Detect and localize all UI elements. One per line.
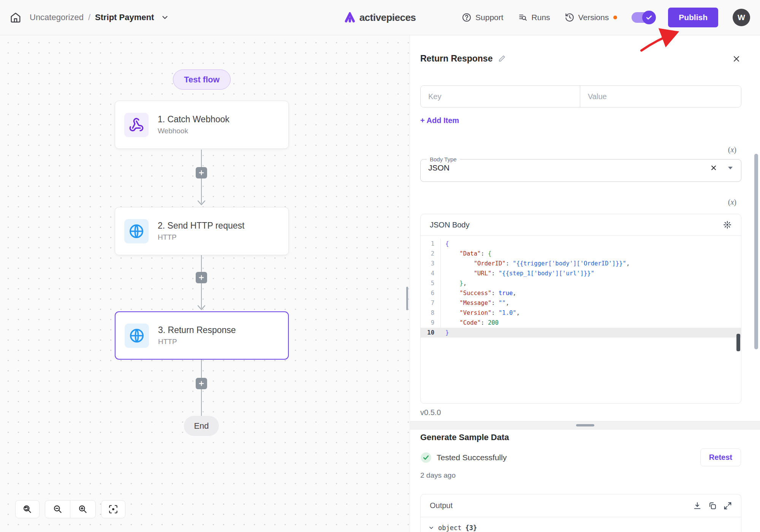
json-body-editor: JSON Body 1{2 "Data": {3 "OrderID": "{{t… — [420, 214, 741, 404]
breadcrumb-separator: / — [88, 13, 90, 22]
versions-history-icon — [565, 13, 575, 22]
ai-sparkle-icon[interactable] — [723, 220, 732, 229]
check-icon — [645, 14, 653, 21]
editor-scrollbar-thumb[interactable] — [736, 334, 740, 351]
step-subtitle: Webhook — [158, 127, 230, 135]
code-line[interactable]: 4 "URL": "{{step_1['body']['url']}}" — [421, 268, 741, 278]
zoom-reset-button[interactable] — [15, 500, 40, 518]
question-circle-icon — [462, 13, 472, 22]
json-body-label: JSON Body — [430, 221, 469, 229]
dynamic-value-toggle-icon[interactable]: (x) — [728, 145, 736, 154]
logo-wordmark: activepieces — [359, 12, 416, 24]
step-card-return-response[interactable]: 3. Return Response HTTP — [115, 311, 289, 360]
step-subtitle: HTTP — [158, 338, 236, 346]
panel-title: Return Response — [420, 54, 492, 64]
download-icon[interactable] — [693, 502, 701, 510]
copy-icon[interactable] — [708, 502, 717, 510]
clear-selection-icon[interactable] — [710, 164, 717, 172]
tree-node-count: {3} — [465, 524, 477, 532]
step-card-send-http[interactable]: 2. Send HTTP request HTTP — [115, 207, 289, 255]
step-title: 1. Catch Webhook — [158, 114, 230, 125]
section-resize-divider[interactable] — [410, 421, 760, 429]
flow-name[interactable]: Stript Payment — [95, 13, 154, 22]
code-line[interactable]: 5 }, — [421, 278, 741, 288]
code-editor-body[interactable]: 1{2 "Data": {3 "OrderID": "{{trigger['bo… — [421, 236, 741, 403]
connector-arrowhead — [197, 305, 206, 310]
tree-collapse-chevron-icon[interactable] — [428, 525, 434, 531]
success-check-icon — [420, 452, 432, 463]
code-line[interactable]: 1{ — [421, 239, 741, 249]
test-status-text: Tested Successfully — [437, 453, 507, 462]
zoom-in-button[interactable] — [70, 500, 95, 518]
step-title: 2. Send HTTP request — [158, 221, 244, 231]
avatar[interactable]: W — [733, 9, 750, 26]
flow-enabled-toggle[interactable] — [632, 12, 654, 23]
tree-node-type: object — [438, 524, 461, 532]
runs-list-search-icon — [518, 13, 528, 22]
last-tested-time: 2 days ago — [420, 471, 456, 480]
close-panel-icon[interactable] — [732, 54, 741, 63]
runs-button[interactable]: Runs — [518, 13, 550, 22]
expand-icon[interactable] — [724, 502, 732, 510]
fit-to-view-button[interactable] — [101, 500, 125, 518]
code-line[interactable]: 6 "Success": true, — [421, 288, 741, 298]
output-card: Output object {3} — [420, 494, 741, 532]
add-item-button[interactable]: + Add Item — [420, 116, 459, 125]
connector-arrowhead — [197, 200, 206, 205]
top-bar: Uncategorized / Stript Payment activepie… — [0, 0, 760, 35]
canvas-zoom-controls — [15, 500, 125, 518]
body-type-value: JSON — [428, 163, 710, 172]
versions-button[interactable]: Versions — [565, 13, 618, 22]
step-subtitle: HTTP — [158, 233, 244, 242]
chevron-down-icon[interactable] — [161, 13, 169, 22]
piece-version: v0.5.0 — [420, 408, 441, 417]
code-line[interactable]: 10} — [421, 328, 741, 338]
code-line[interactable]: 2 "Data": { — [421, 249, 741, 259]
test-flow-button[interactable]: Test flow — [173, 69, 231, 90]
support-button[interactable]: Support — [462, 13, 504, 22]
dynamic-value-toggle-icon[interactable]: (x) — [728, 198, 736, 207]
add-step-button[interactable] — [196, 378, 207, 389]
versions-alert-dot — [613, 16, 617, 19]
app-logo: activepieces — [344, 12, 416, 24]
runs-label: Runs — [532, 13, 550, 22]
response-headers-row — [420, 85, 741, 107]
code-line[interactable]: 8 "Version": "1.0", — [421, 308, 741, 318]
edit-pencil-icon[interactable] — [498, 55, 506, 63]
panel-scrollbar-thumb[interactable] — [754, 154, 758, 349]
add-step-button[interactable] — [196, 167, 207, 178]
dropdown-caret-icon[interactable] — [727, 166, 733, 170]
code-line[interactable]: 3 "OrderID": "{{trigger['body']['OrderID… — [421, 259, 741, 268]
globe-icon — [124, 219, 149, 243]
breadcrumb-category[interactable]: Uncategorized — [30, 13, 84, 22]
zoom-out-button[interactable] — [45, 500, 70, 518]
step-card-catch-webhook[interactable]: 1. Catch Webhook Webhook — [115, 101, 289, 149]
breadcrumb: Uncategorized / Stript Payment — [30, 13, 169, 22]
add-step-button[interactable] — [196, 272, 207, 283]
home-icon[interactable] — [10, 12, 21, 23]
body-type-label: Body Type — [427, 156, 460, 163]
publish-button[interactable]: Publish — [668, 8, 718, 27]
globe-icon — [125, 324, 149, 348]
key-input[interactable] — [421, 86, 580, 107]
step-title: 3. Return Response — [158, 325, 236, 335]
resize-grip[interactable] — [576, 424, 594, 426]
support-label: Support — [475, 13, 504, 22]
output-tree-root[interactable]: object {3} — [421, 517, 741, 532]
value-input[interactable] — [580, 86, 741, 107]
webhook-icon — [124, 113, 149, 137]
end-node: End — [184, 416, 219, 436]
generate-sample-data-heading: Generate Sample Data — [420, 433, 509, 442]
code-line[interactable]: 7 "Message": "", — [421, 298, 741, 308]
panel-resize-handle[interactable] — [406, 287, 408, 310]
activepieces-logo-icon — [344, 12, 356, 23]
code-line[interactable]: 9 "Code": 200 — [421, 318, 741, 328]
versions-label: Versions — [578, 13, 609, 22]
body-type-field[interactable]: Body Type JSON — [420, 156, 741, 182]
retest-button[interactable]: Retest — [700, 448, 741, 466]
output-label: Output — [430, 501, 453, 510]
step-settings-panel: Return Response + Add Item (x) Body Type… — [410, 35, 760, 532]
flow-canvas[interactable]: Test flow 1. Catch Webhook Webhook 2. Se… — [0, 35, 410, 532]
